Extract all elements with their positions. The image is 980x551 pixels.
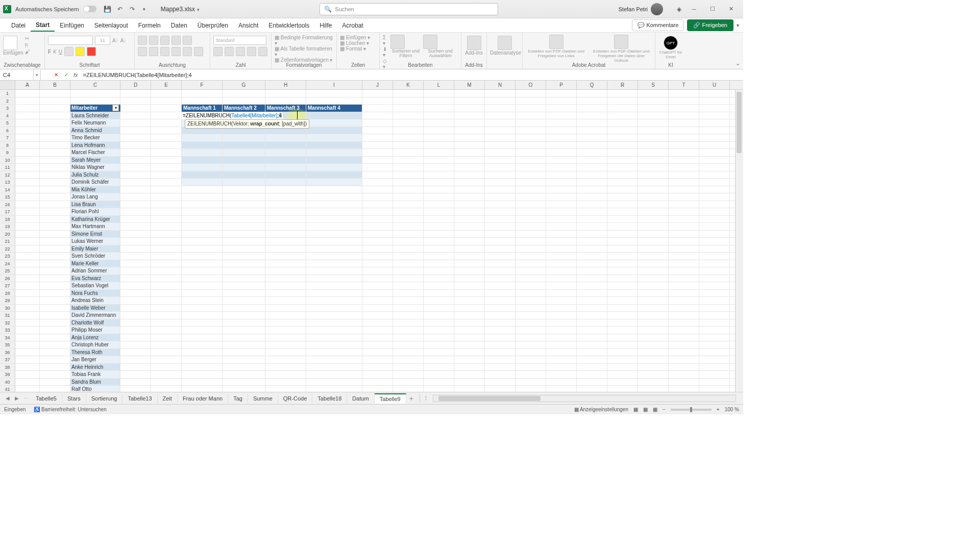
cell[interactable] [454,127,485,134]
cell[interactable] [223,179,265,186]
cell[interactable] [40,201,70,208]
cell[interactable] [699,386,730,392]
row-header[interactable]: 39 [0,371,15,378]
cell[interactable] [546,356,577,363]
cell[interactable] [577,282,607,289]
cell[interactable] [424,386,454,392]
menu-hilfe[interactable]: Hilfe [314,20,337,31]
cell[interactable] [424,290,454,297]
cell[interactable] [638,216,669,223]
align-left-icon[interactable] [138,47,147,56]
align-top-icon[interactable] [138,36,147,45]
cell[interactable] [485,171,516,179]
cell[interactable] [516,305,546,312]
cell[interactable] [638,193,669,201]
cell[interactable] [699,334,730,341]
cell[interactable] [120,297,151,304]
cell[interactable] [577,349,607,356]
cell[interactable] [516,208,546,215]
cell[interactable] [546,97,577,105]
cell[interactable] [485,201,516,208]
cell[interactable] [151,216,182,223]
cell[interactable] [40,171,70,179]
cell[interactable] [699,97,730,105]
cell[interactable] [669,386,699,392]
cell[interactable] [424,305,454,312]
cell[interactable] [151,149,182,156]
cell[interactable] [485,119,516,127]
cell[interactable] [577,319,607,327]
cell[interactable] [223,186,265,193]
cell[interactable] [362,290,393,297]
cell[interactable] [546,105,577,112]
cell[interactable] [546,297,577,304]
cell[interactable] [151,179,182,186]
cell[interactable]: Anna Schmid [70,127,120,134]
filter-icon[interactable]: ▾ [112,105,119,111]
cell[interactable]: Mia Köhler [70,186,120,193]
cell[interactable] [393,282,424,289]
cell[interactable] [516,349,546,356]
cell[interactable] [424,201,454,208]
cell[interactable] [607,97,638,105]
cell[interactable] [546,371,577,378]
cell[interactable] [699,186,730,193]
cell[interactable] [424,379,454,386]
cell[interactable] [15,134,40,141]
cell[interactable] [120,327,151,334]
menu-start[interactable]: Start [31,19,55,32]
cell[interactable] [607,305,638,312]
format-painter-icon[interactable]: 🖌 [25,49,30,55]
cell[interactable] [485,193,516,201]
cell[interactable] [424,341,454,348]
row-header[interactable]: 28 [0,290,15,297]
cell[interactable] [424,297,454,304]
cell[interactable] [699,119,730,127]
row-header[interactable]: 38 [0,364,15,371]
cell[interactable] [546,142,577,149]
cell[interactable] [485,297,516,304]
cell[interactable] [223,312,265,319]
cell[interactable] [265,157,306,164]
cell[interactable] [454,379,485,386]
cell[interactable] [638,356,669,363]
cell[interactable] [40,312,70,319]
cell[interactable] [516,97,546,105]
cell[interactable] [306,97,362,105]
cell[interactable] [151,275,182,282]
cell[interactable] [454,179,485,186]
cell[interactable] [120,186,151,193]
cell[interactable] [546,349,577,356]
cell[interactable] [577,112,607,119]
cell[interactable] [15,364,40,371]
cell[interactable] [265,349,306,356]
cell[interactable] [607,341,638,348]
cell[interactable] [15,312,40,319]
cell[interactable] [516,157,546,164]
number-format-select[interactable]: Standard [213,36,266,45]
cell[interactable] [120,223,151,230]
cell[interactable] [516,282,546,289]
cell[interactable] [516,327,546,334]
cell[interactable] [699,179,730,186]
cell[interactable] [306,341,362,348]
fx-icon[interactable]: fx [74,72,78,78]
cell[interactable] [362,127,393,134]
cell[interactable] [265,305,306,312]
cell[interactable] [454,356,485,363]
cell[interactable] [223,253,265,260]
cell[interactable] [577,142,607,149]
cell[interactable] [669,356,699,363]
cell[interactable] [669,157,699,164]
cell[interactable] [265,193,306,201]
cell[interactable] [306,127,362,134]
cell[interactable] [223,223,265,230]
cell[interactable] [120,349,151,356]
cell[interactable] [546,112,577,119]
cell[interactable] [120,275,151,282]
cell[interactable] [638,134,669,141]
sheet-tab[interactable]: Tag [228,394,248,403]
cell[interactable] [516,142,546,149]
cell[interactable] [699,282,730,289]
cell[interactable] [485,97,516,105]
